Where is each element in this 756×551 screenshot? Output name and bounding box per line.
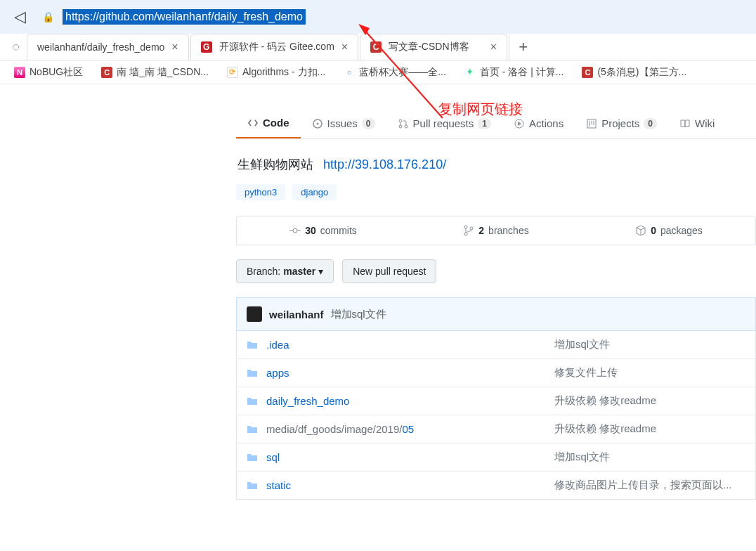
new-tab-button[interactable]: + <box>509 34 537 60</box>
topic-tag[interactable]: python3 <box>236 184 285 200</box>
file-commit-msg: 升级依赖 修改readme <box>554 422 745 436</box>
count-badge: 1 <box>478 118 491 129</box>
pull-request-icon <box>398 118 409 129</box>
file-row[interactable]: apps 修复文件上传 <box>237 358 755 387</box>
actions-icon <box>514 118 525 129</box>
chevron-down-icon: ▾ <box>318 266 323 277</box>
tab-code[interactable]: Code <box>236 108 301 138</box>
branch-icon <box>463 225 474 236</box>
tab-wiki[interactable]: Wiki <box>668 108 726 138</box>
tab-title: 写文章-CSDN博客 <box>389 41 483 53</box>
bookmark[interactable]: ○蓝桥杯大赛——全... <box>337 63 453 82</box>
svg-point-11 <box>464 233 467 235</box>
commit-message: 增加sql文件 <box>331 308 386 321</box>
tab-title: weilanhanf/daily_fresh_demo <box>37 41 164 53</box>
folder-icon <box>247 396 258 407</box>
close-icon[interactable]: × <box>171 41 178 53</box>
bookmark[interactable]: ⟳Algorithms - 力扣... <box>220 63 332 82</box>
file-commit-msg: 修复文件上传 <box>554 366 745 380</box>
file-row[interactable]: daily_fresh_demo 升级依赖 修改readme <box>237 387 755 415</box>
back-button[interactable]: ◁ <box>13 10 27 24</box>
svg-point-12 <box>470 227 473 230</box>
svg-point-3 <box>316 122 318 124</box>
close-icon[interactable]: × <box>490 41 497 53</box>
file-name-link[interactable]: static <box>266 479 554 491</box>
close-icon[interactable]: × <box>341 41 348 53</box>
commit-icon <box>289 225 301 236</box>
file-commit-msg: 增加sql文件 <box>554 450 745 464</box>
book-icon <box>679 118 691 129</box>
lock-icon: 🔒 <box>42 11 54 22</box>
file-commit-msg: 增加sql文件 <box>554 338 745 351</box>
tab-loading-spinner: ◌ <box>13 42 22 51</box>
file-name-link[interactable]: media/df_goods/image/2019/05 <box>266 423 554 435</box>
file-name-link[interactable]: sql <box>266 451 554 463</box>
file-name-link[interactable]: .idea <box>266 339 554 351</box>
repo-description: 生鲜购物网站 <box>237 156 313 173</box>
file-row[interactable]: static 修改商品图片上传目录，搜索页面以... <box>237 471 755 499</box>
file-row[interactable]: sql 增加sql文件 <box>237 443 755 471</box>
code-icon <box>247 117 259 129</box>
commits-stat[interactable]: 30commits <box>237 216 410 245</box>
bookmark[interactable]: C南 墙_南 墙_CSDN... <box>94 63 216 82</box>
bookmark[interactable]: ✦首页 - 洛谷 | 计算... <box>457 63 571 82</box>
new-pull-request-button[interactable]: New pull request <box>342 259 436 283</box>
svg-point-5 <box>399 125 402 128</box>
browser-tab[interactable]: G 开源软件 - 码云 Gitee.com × <box>190 34 358 60</box>
file-commit-msg: 修改商品图片上传目录，搜索页面以... <box>554 479 745 492</box>
package-icon <box>635 225 646 236</box>
repo-stats-bar: 30commits 2branches 0packages <box>236 216 756 245</box>
annotation-label: 复制网页链接 <box>438 100 523 119</box>
avatar <box>247 306 262 322</box>
file-row[interactable]: .idea 增加sql文件 <box>237 331 755 358</box>
count-badge: 0 <box>644 118 657 129</box>
favicon: C <box>370 41 382 53</box>
tab-title: 开源软件 - 码云 Gitee.com <box>219 41 334 53</box>
browser-tab[interactable]: weilanhanf/daily_fresh_demo × <box>27 34 189 60</box>
tab-projects[interactable]: Projects 0 <box>575 108 668 138</box>
projects-icon <box>586 118 597 129</box>
svg-point-4 <box>399 119 402 122</box>
favicon: G <box>201 41 212 53</box>
issue-icon <box>312 118 323 129</box>
folder-icon <box>247 424 258 435</box>
browser-tab[interactable]: C 写文章-CSDN博客 × <box>360 34 507 60</box>
bookmark[interactable]: C(5条消息)【第三方... <box>575 63 693 82</box>
svg-point-6 <box>405 125 408 128</box>
tab-strip: ◌ weilanhanf/daily_fresh_demo × G 开源软件 -… <box>0 34 756 60</box>
packages-stat[interactable]: 0packages <box>582 216 755 245</box>
bookmarks-bar: NNoBUG社区 C南 墙_南 墙_CSDN... ⟳Algorithms - … <box>0 60 756 84</box>
branch-select-button[interactable]: Branch: master ▾ <box>236 259 334 283</box>
tab-issues[interactable]: Issues 0 <box>301 108 386 138</box>
latest-commit-bar[interactable]: weilanhanf 增加sql文件 <box>236 297 756 331</box>
commit-author: weilanhanf <box>269 309 324 320</box>
bookmark[interactable]: NNoBUG社区 <box>7 63 90 82</box>
svg-point-10 <box>464 226 467 228</box>
file-name-link[interactable]: daily_fresh_demo <box>266 395 554 407</box>
count-badge: 0 <box>362 118 375 129</box>
file-list: .idea 增加sql文件 apps 修复文件上传 daily_fresh_de… <box>236 331 756 500</box>
svg-point-9 <box>293 228 297 233</box>
file-name-link[interactable]: apps <box>266 367 554 379</box>
address-bar[interactable]: https://github.com/weilanhanf/daily_fres… <box>63 9 306 25</box>
file-row[interactable]: media/df_goods/image/2019/05 升级依赖 修改read… <box>237 415 755 443</box>
folder-icon <box>247 339 258 351</box>
folder-icon <box>247 480 258 491</box>
folder-icon <box>247 368 258 379</box>
folder-icon <box>247 452 258 463</box>
repo-homepage-link[interactable]: http://39.108.176.210/ <box>323 157 446 172</box>
branches-stat[interactable]: 2branches <box>410 216 582 245</box>
topic-tag[interactable]: django <box>292 184 337 200</box>
file-commit-msg: 升级依赖 修改readme <box>554 394 745 408</box>
